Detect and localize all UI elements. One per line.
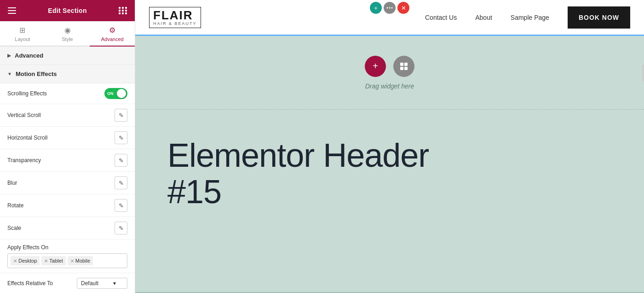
tab-style[interactable]: ◉ Style [45,21,90,47]
svg-rect-3 [400,63,403,66]
nav-link-sample[interactable]: Sample Page [511,14,549,21]
scrolling-effects-label: Scrolling Effects [7,90,47,97]
effects-relative-to-select[interactable]: Default ▾ [77,278,127,289]
tag-desktop-label: Desktop [18,258,37,264]
svg-point-1 [389,7,391,9]
scrolling-effects-toggle[interactable]: ON [104,88,127,99]
rotate-edit-button[interactable]: ✎ [115,199,127,212]
logo-name: FLAIR [153,9,197,21]
tag-desktop: ✕ Desktop [11,256,40,265]
grid-menu-icon[interactable] [117,5,128,16]
apply-effects-section: Apply Effects On ✕ Desktop ✕ Tablet ✕ Mo… [0,240,135,273]
horizontal-scroll-row: Horizontal Scroll ✎ [0,127,135,149]
panel-header: Edit Section [0,0,135,21]
svg-rect-5 [400,67,403,70]
toggle-knob [117,89,126,98]
nav-link-about[interactable]: About [475,14,492,21]
rotate-label: Rotate [7,202,23,209]
style-icon: ◉ [64,26,71,35]
tag-x-mobile[interactable]: ✕ [70,258,74,264]
panel-body: ▶ Advanced ▼ Motion Effects Scrolling Ef… [0,47,135,293]
widget-add-buttons: + [365,56,414,77]
svg-point-2 [391,7,393,9]
right-panel: FLAIR HAIR & BEAUTY + ✕ Contact Us About… [135,0,644,293]
chevron-down-icon: ▼ [7,71,12,76]
collapse-panel-arrow[interactable]: ◀ [642,64,644,81]
tag-tablet-label: Tablet [49,258,63,264]
toolbar-dots-button[interactable] [384,2,396,14]
tag-x-tablet[interactable]: ✕ [44,258,48,264]
blur-label: Blur [7,180,17,186]
nav-toolbar: + ✕ [370,2,409,14]
advanced-section-row[interactable]: ▶ Advanced [0,47,135,65]
advanced-icon: ⚙ [109,26,115,35]
motion-effects-label: Motion Effects [16,70,57,77]
site-nav: FLAIR HAIR & BEAUTY + ✕ Contact Us About… [135,0,644,35]
tag-mobile-label: Mobile [75,258,90,264]
site-logo: FLAIR HAIR & BEAUTY [149,7,201,28]
effects-relative-to-label: Effects Relative To [7,280,53,287]
hero-title-line1: Elementor Header [167,137,429,174]
logo-sub: HAIR & BEAUTY [153,21,197,26]
scale-row: Scale ✎ [0,217,135,240]
widget-area: + Drag widget here ◀ [135,36,644,110]
transparency-label: Transparency [7,157,41,164]
panel-tabs: ⊞ Layout ◉ Style ⚙ Advanced [0,21,135,47]
svg-point-0 [387,7,388,9]
hero-title: Elementor Header #15 [167,137,612,210]
vertical-scroll-row: Vertical Scroll ✎ [0,104,135,127]
advanced-section-label: ▶ Advanced [7,52,43,59]
vertical-scroll-label: Vertical Scroll [7,112,41,118]
rotate-row: Rotate ✎ [0,194,135,217]
toolbar-plus-button[interactable]: + [370,2,382,14]
tab-style-label: Style [62,36,73,42]
scale-label: Scale [7,225,21,231]
hamburger-menu-icon[interactable] [6,5,17,16]
svg-rect-6 [404,67,408,70]
panel-title: Edit Section [48,7,87,14]
nav-link-contact[interactable]: Contact Us [425,14,457,21]
transparency-edit-button[interactable]: ✎ [115,154,127,167]
drag-widget-text: Drag widget here [365,82,414,90]
apply-effects-label: Apply Effects On [7,244,127,251]
layout-icon: ⊞ [19,26,25,35]
apply-effects-tags-input[interactable]: ✕ Desktop ✕ Tablet ✕ Mobile [7,253,127,268]
svg-rect-4 [404,63,408,66]
hero-area: Elementor Header #15 [135,110,644,293]
left-panel: Edit Section ⊞ Layout ◉ Style ⚙ Advanced [0,0,135,293]
blur-edit-button[interactable]: ✎ [115,176,127,189]
motion-effects-header[interactable]: ▼ Motion Effects [0,65,135,83]
book-now-button[interactable]: BOOK NOW [568,6,630,29]
add-widget-button[interactable]: + [365,56,386,77]
tab-layout[interactable]: ⊞ Layout [0,21,45,47]
scrolling-effects-row: Scrolling Effects ON [0,83,135,104]
hero-title-line2: #15 [167,173,221,210]
vertical-scroll-edit-button[interactable]: ✎ [115,109,127,122]
add-widget-template-button[interactable] [393,56,414,77]
chevron-right-icon: ▶ [7,53,11,58]
tab-advanced[interactable]: ⚙ Advanced [90,21,135,47]
transparency-row: Transparency ✎ [0,149,135,172]
select-value: Default [81,280,98,287]
site-nav-links: Contact Us About Sample Page BOOK NOW [425,6,630,29]
horizontal-scroll-label: Horizontal Scroll [7,135,47,141]
tag-mobile: ✕ Mobile [68,256,93,265]
blur-row: Blur ✎ [0,172,135,194]
tag-x-desktop[interactable]: ✕ [13,258,17,264]
chevron-down-select-icon: ▾ [113,280,116,287]
scale-edit-button[interactable]: ✎ [115,222,127,234]
toggle-on-label: ON [107,91,114,96]
effects-relative-to-row: Effects Relative To Default ▾ [0,273,135,293]
tab-layout-label: Layout [15,36,30,42]
tag-tablet: ✕ Tablet [41,256,65,265]
horizontal-scroll-edit-button[interactable]: ✎ [115,131,127,144]
toolbar-close-button[interactable]: ✕ [397,2,409,14]
tab-advanced-label: Advanced [101,36,124,42]
